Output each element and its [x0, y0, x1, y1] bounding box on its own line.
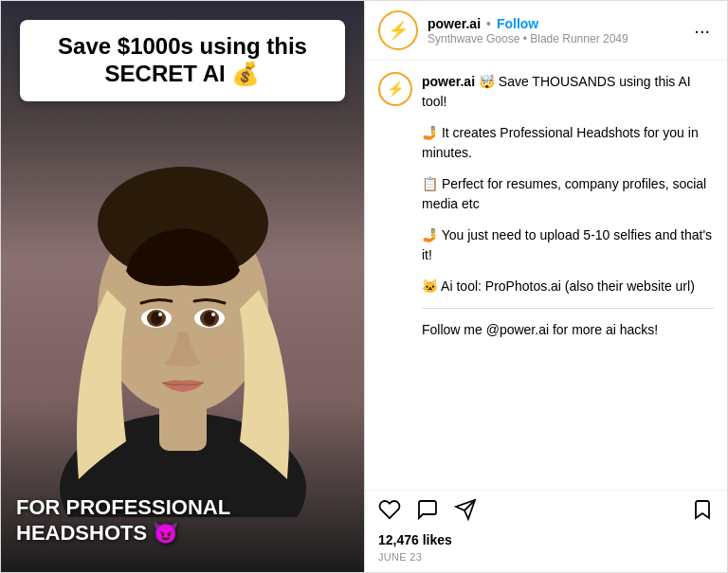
likes-count: 12,476 likes: [378, 532, 714, 547]
post-meta: 12,476 likes JUNE 23: [365, 528, 727, 573]
person-image: [50, 81, 316, 517]
header-top-row: power.ai • Follow: [428, 16, 681, 31]
comment-button[interactable]: [416, 498, 439, 521]
caption-username[interactable]: power.ai: [422, 74, 475, 89]
bookmark-icon: [691, 498, 714, 521]
follow-button[interactable]: Follow: [497, 16, 538, 31]
post-date: JUNE 23: [378, 551, 422, 563]
caption-row: ⚡ power.ai 🤯 Save THOUSANDS using this A…: [378, 72, 714, 340]
post-actions: [365, 490, 727, 528]
caption-line-2: 🤳 It creates Professional Headshots for …: [422, 117, 714, 163]
profile-avatar[interactable]: ⚡: [378, 10, 418, 50]
share-button[interactable]: [454, 498, 477, 521]
caption-bolt-icon: ⚡: [387, 81, 405, 98]
caption-line-5: 🐱 Ai tool: ProPhotos.ai (also their webs…: [422, 271, 714, 296]
comment-icon: [416, 498, 439, 521]
svg-point-13: [204, 335, 238, 358]
caption-line-4: 🤳 You just need to upload 5-10 selfies a…: [422, 220, 714, 265]
caption-line-3: 📋 Perfect for resumes, company profiles,…: [422, 169, 714, 214]
send-icon: [454, 498, 477, 521]
post-body: ⚡ power.ai 🤯 Save THOUSANDS using this A…: [365, 61, 727, 490]
bookmark-button[interactable]: [691, 498, 714, 521]
media-top-text: Save $1000s using this SECRET AI 💰: [20, 20, 345, 101]
more-options-button[interactable]: ···: [690, 21, 714, 40]
svg-point-11: [211, 313, 215, 316]
svg-point-7: [158, 313, 162, 316]
post-header: ⚡ power.ai • Follow Synthwave Goose • Bl…: [365, 1, 727, 61]
dot-separator: •: [486, 16, 491, 31]
media-bottom-text: FOR PROFESSIONAL HEADSHOTS 😈: [16, 495, 349, 546]
svg-point-12: [128, 335, 162, 358]
media-panel: Save $1000s using this SECRET AI 💰 FOR P…: [1, 1, 364, 573]
caption-avatar[interactable]: ⚡: [378, 72, 412, 106]
bolt-icon: ⚡: [388, 20, 409, 41]
caption-text: power.ai 🤯 Save THOUSANDS using this AI …: [422, 72, 714, 340]
username[interactable]: power.ai: [428, 16, 481, 31]
like-button[interactable]: [378, 498, 401, 521]
caption-line-6: Follow me @power.ai for more ai hacks!: [422, 320, 714, 340]
caption-divider: [422, 308, 714, 309]
content-panel: ⚡ power.ai • Follow Synthwave Goose • Bl…: [364, 1, 727, 573]
header-subtitle: Synthwave Goose • Blade Runner 2049: [428, 32, 681, 45]
heart-icon: [378, 498, 401, 521]
header-info: power.ai • Follow Synthwave Goose • Blad…: [428, 16, 681, 45]
